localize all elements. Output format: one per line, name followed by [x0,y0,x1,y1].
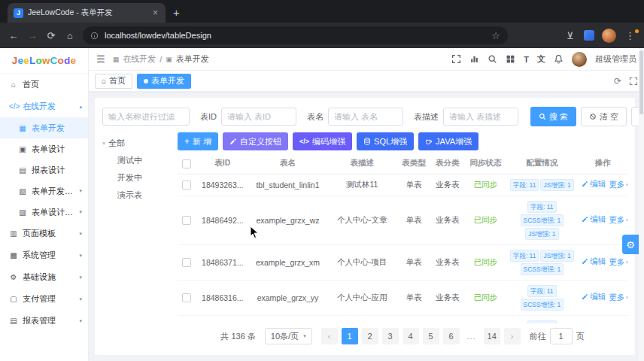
page-button[interactable]: 6 [443,328,460,344]
refresh-icon[interactable]: ⟳ [614,76,621,86]
bell-icon[interactable] [554,54,564,64]
page-button[interactable]: 14 [484,328,500,344]
page-button[interactable]: 5 [423,328,439,344]
sidebar-item-form-dev-example[interactable]: ▧ 表单开发示例 ▾ [0,180,88,202]
config-tag: 字段: 11 [510,179,539,191]
sidebar-group-online-dev[interactable]: </> 在线开发 ▴ [0,96,88,117]
edit-link[interactable]: 编辑 [582,214,606,225]
header-actions: T 文 超级管理员 [451,52,636,67]
app-root: JeeLowCode ⌂ 首页 </> 在线开发 ▴ ▦ 表单开发 ▣ 表单设计 [0,48,644,361]
address-bar[interactable]: localhost/lowdev/tableDesign ☆ [83,26,508,44]
prev-page-icon[interactable]: ‹ [321,328,338,344]
search-icon[interactable] [488,54,497,64]
sidebar-group-page-template[interactable]: ▥ 页面模板 ▾ [0,223,88,244]
sidebar-item-form-dev[interactable]: ▦ 表单开发 [0,117,88,138]
more-link[interactable]: 更多▾ [609,215,627,226]
toolbar-right: ⊻ ⋮ [564,29,636,43]
settings-gear-button[interactable]: ⚙ [622,235,639,254]
browser-tab[interactable]: J JeeLowCode - 表单开发 × [8,3,166,23]
reload-icon[interactable]: ⟳ [45,30,57,41]
table-row: 18486371... example_grzx_xm 个人中心-项目 单表 业… [178,244,627,280]
tab-form-dev[interactable]: 表单开发 [137,74,191,89]
forward-icon[interactable]: → [26,30,38,41]
more-pages-icon[interactable]: ... [463,328,480,344]
table-id-input[interactable] [221,108,296,126]
chevron-up-icon: ▴ [79,104,82,110]
table-row: 18493263... tbl_student_linlin1 测试林11 单表… [178,174,627,196]
edit-link[interactable]: 编辑 [582,256,606,267]
row-checkbox[interactable] [182,180,191,190]
grid-icon[interactable] [506,54,515,64]
code-enhance-button[interactable]: </>编码增强 [293,132,352,150]
tree-node-all[interactable]: ▾ 全部 [102,134,172,152]
sidebar-group-payment-admin[interactable]: ▢ 支付管理 ▾ [0,288,88,310]
next-page-icon[interactable]: › [504,328,521,344]
scrollbar-thumb[interactable] [639,50,643,114]
sidebar-item-report-design[interactable]: ▤ 报表设计 [0,159,88,180]
table-desc-input[interactable] [443,108,518,126]
pencil-icon [582,216,588,223]
new-tab-button[interactable]: + [173,6,180,19]
tab-home[interactable]: ⌂ 首页 [95,74,132,89]
fullscreen-icon[interactable] [451,54,461,64]
table-name-input[interactable] [328,108,403,126]
downloads-icon[interactable]: ⊻ [564,30,576,41]
custom-button[interactable]: 自定义按钮 [223,132,288,150]
user-name[interactable]: 超级管理员 [595,53,636,65]
page-size-select[interactable]: 10条/页 ▾ [265,328,312,344]
sidebar-group-infrastructure[interactable]: ⚙ 基础设施 ▾ [0,266,88,288]
user-avatar[interactable] [572,52,587,67]
page-button[interactable]: 1 [342,328,358,344]
tree-node-demo[interactable]: 演示表 [102,187,172,204]
tree-node-developing[interactable]: 开发中 [102,169,172,187]
menu-kebab-icon[interactable]: ⋮ [624,30,636,41]
view-tabs: ⌂ 首页 表单开发 ⟳ [89,71,644,92]
goto-page-input[interactable] [550,328,573,344]
font-size-icon[interactable]: T [524,55,529,64]
chevron-down-icon: ▾ [79,318,82,324]
tree-filter-input[interactable] [102,108,190,126]
sidebar-group-system-admin[interactable]: ▩ 系统管理 ▾ [0,244,88,266]
row-checkbox[interactable] [182,258,191,267]
select-all-checkbox[interactable] [182,159,191,168]
extension-icon[interactable] [584,30,594,41]
field-label-table-name: 表名 [307,111,324,123]
page-button[interactable]: 3 [382,328,399,344]
sync-status: 已同步 [466,174,506,196]
java-enhance-button[interactable]: JAVA增强 [418,132,478,150]
page-button[interactable]: 4 [402,328,419,344]
row-checkbox[interactable] [182,293,191,302]
edit-link[interactable]: 编辑 [582,292,606,302]
browser-home-icon[interactable]: ⌂ [64,30,76,41]
page-button[interactable]: 2 [362,328,378,344]
translate-icon[interactable]: 文 [537,53,545,65]
tree-node-testing[interactable]: 测试中 [102,152,172,169]
more-link[interactable]: 更多▾ [609,257,627,268]
caret-down-icon[interactable]: ▾ [102,140,105,147]
sql-enhance-button[interactable]: SQL增强 [357,132,414,150]
clear-button[interactable]: 清 空 [581,107,627,126]
more-link[interactable]: 更多▾ [609,180,627,190]
row-checkbox[interactable] [182,216,191,225]
hamburger-icon[interactable]: ☰ [96,53,105,65]
tab-close-icon[interactable]: × [151,8,159,18]
site-info-icon[interactable] [90,32,99,40]
sidebar-item-home[interactable]: ⌂ 首页 [0,74,88,96]
back-icon[interactable]: ← [8,30,20,41]
expand-view-icon[interactable] [629,77,638,86]
content-area: 表ID 表名 表描述 搜 索 清 空 [89,92,644,361]
more-link[interactable]: 更多▾ [609,293,627,303]
page-scrollbar[interactable] [639,48,644,361]
browser-profile-avatar[interactable] [602,29,616,43]
bookmark-star-icon[interactable]: ☆ [491,30,500,41]
sidebar-item-form-design[interactable]: ▣ 表单设计 [0,138,88,159]
sidebar-item-form-design-example[interactable]: ▨ 表单设计示例 ▾ [0,202,88,223]
add-button[interactable]: +新 增 [178,132,218,150]
sidebar-group-report-admin[interactable]: ▤ 报表管理 ▾ [0,310,88,332]
config-tag: JS增强: 1 [525,228,558,240]
chart-icon[interactable] [469,54,479,64]
pencil-icon [229,138,237,145]
edit-link[interactable]: 编辑 [582,179,606,190]
search-button[interactable]: 搜 索 [530,107,576,126]
app-logo[interactable]: JeeLowCode [0,48,88,74]
